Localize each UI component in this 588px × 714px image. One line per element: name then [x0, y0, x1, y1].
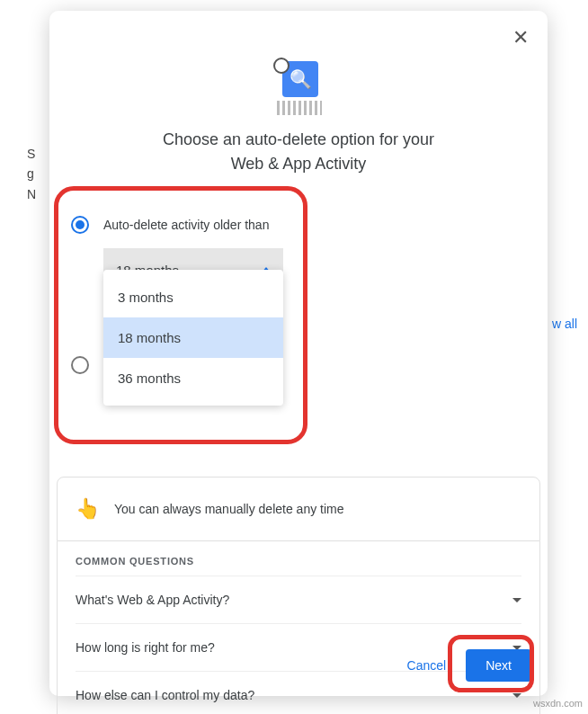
option-auto-delete-label: Auto-delete activity older than	[103, 218, 269, 232]
watermark: wsxdn.com	[533, 698, 583, 709]
options-area: Auto-delete activity older than 18 month…	[49, 176, 548, 381]
manual-delete-info: 👆 You can always manually delete any tim…	[57, 477, 540, 541]
dialog-heading: Choose an auto-delete option for your We…	[49, 128, 548, 176]
common-questions-header: COMMON QUESTIONS	[76, 541, 521, 576]
question-label: How long is right for me?	[76, 640, 215, 655]
bg-text: SgN	[27, 144, 36, 204]
touch-icon: 👆	[76, 497, 100, 521]
show-all-link[interactable]: w all	[552, 317, 577, 331]
shredder-icon	[272, 61, 325, 115]
cancel-button[interactable]: Cancel	[395, 649, 459, 682]
next-button[interactable]: Next	[466, 649, 531, 682]
question-label: What's Web & App Activity?	[76, 593, 229, 607]
radio-unselected-icon	[71, 356, 89, 374]
dropdown-item-3mo[interactable]: 3 months	[103, 277, 283, 317]
close-button[interactable]: ✕	[506, 23, 535, 52]
question-label: How else can I control my data?	[76, 688, 254, 702]
close-icon: ✕	[512, 26, 529, 49]
dropdown-item-18mo[interactable]: 18 months	[103, 317, 283, 358]
chevron-down-icon	[512, 598, 521, 602]
dialog-footer: Cancel Next	[395, 649, 531, 682]
info-text: You can always manually delete any time	[114, 502, 344, 516]
duration-dropdown: 3 months 18 months 36 months	[103, 270, 283, 406]
dropdown-item-36mo[interactable]: 36 months	[103, 358, 283, 398]
chevron-down-icon	[512, 693, 521, 698]
common-questions-section: COMMON QUESTIONS What's Web & App Activi…	[57, 541, 540, 714]
option-auto-delete[interactable]: Auto-delete activity older than	[71, 209, 526, 241]
question-web-app-activity[interactable]: What's Web & App Activity?	[76, 576, 521, 623]
auto-delete-dialog: ✕ Choose an auto-delete option for your …	[49, 11, 548, 696]
radio-selected-icon	[71, 216, 89, 234]
